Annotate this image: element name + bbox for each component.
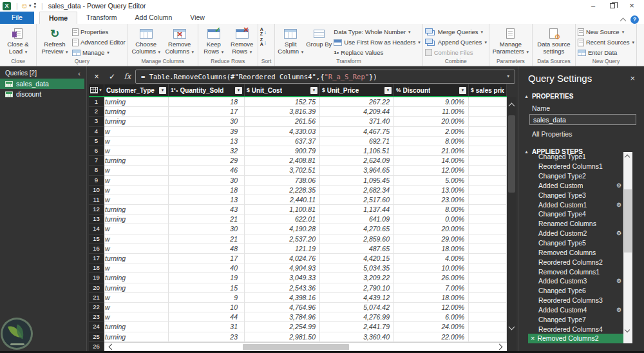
all-properties-link[interactable]: All Properties (519, 125, 644, 138)
table-cell[interactable]: 46 (169, 166, 245, 175)
table-cell[interactable]: w (104, 312, 169, 322)
table-cell[interactable]: 15 (169, 283, 245, 293)
table-cell[interactable]: 4,024.76 (245, 254, 320, 263)
row-number[interactable]: 13 (89, 215, 104, 224)
row-number[interactable]: 8 (89, 166, 104, 175)
tab-home[interactable]: Home (39, 12, 77, 24)
row-number[interactable]: 5 (89, 137, 104, 146)
row-number[interactable]: 24 (89, 322, 104, 332)
query-item-sales_data[interactable]: sales_data (0, 79, 84, 89)
table-cell[interactable]: w (104, 195, 169, 205)
use-first-row-as-headers-button[interactable]: Use First Row as Headers ▾ (334, 37, 420, 47)
table-cell[interactable]: turning (104, 215, 169, 224)
table-cell[interactable]: 4,330.03 (245, 127, 320, 137)
table-cell[interactable] (469, 254, 507, 263)
horizontal-scroll-thumb[interactable] (243, 344, 349, 350)
column-header-unit-cost[interactable]: $Unit_Cost▼ (245, 84, 320, 96)
applied-step[interactable]: Removed Columns (528, 247, 623, 257)
table-cell[interactable]: 4,904.93 (245, 263, 320, 273)
table-cell[interactable]: 21 (169, 215, 245, 224)
restore-button[interactable] (603, 1, 622, 12)
table-cell[interactable]: w (104, 293, 169, 303)
table-cell[interactable]: 23 (169, 332, 245, 342)
row-number[interactable]: 3 (89, 117, 104, 126)
table-cell[interactable]: w (104, 176, 169, 186)
sort-descending-button[interactable]: ZA ↓ (260, 38, 267, 46)
close-and-load-button[interactable]: Close & Load ▾ (2, 25, 34, 55)
table-cell[interactable] (469, 195, 507, 205)
column-header-sales-price[interactable]: $sales price (469, 84, 507, 96)
scroll-up-icon[interactable] (625, 155, 630, 160)
table-cell[interactable]: 20.00% (394, 224, 469, 234)
gear-icon[interactable]: ⚙ (616, 230, 621, 236)
applied-step[interactable]: Changed Type7 (528, 314, 623, 324)
table-cell[interactable]: 267.22 (320, 97, 394, 107)
table-cell[interactable]: 4,270.65 (320, 224, 394, 234)
table-cell[interactable]: 6.00% (394, 312, 469, 322)
gear-icon[interactable]: ⚙ (616, 278, 621, 284)
table-cell[interactable]: 12.00% (394, 166, 469, 175)
table-cell[interactable]: 152.75 (245, 97, 320, 107)
table-cell[interactable] (469, 186, 507, 195)
table-cell[interactable] (469, 244, 507, 254)
table-cell[interactable]: 2,441.79 (320, 322, 394, 332)
table-cell[interactable]: 2,981.50 (245, 332, 320, 342)
close-button[interactable]: × (622, 1, 641, 12)
row-number[interactable]: 15 (89, 234, 104, 244)
query-name-input[interactable]: sales_data (529, 114, 636, 125)
append-queries-button[interactable]: Append Queries ▾ (425, 37, 487, 47)
grid-horizontal-scrollbar[interactable] (104, 342, 507, 351)
table-cell[interactable] (469, 293, 507, 303)
table-cell[interactable]: 44 (169, 312, 245, 322)
table-cell[interactable]: 31 (169, 322, 245, 332)
applied-step[interactable]: Added Custom2⚙ (528, 229, 623, 238)
delete-step-icon[interactable]: × (531, 335, 535, 342)
row-number[interactable]: 21 (89, 293, 104, 303)
applied-step[interactable]: Changed Type3 (528, 190, 623, 200)
row-number[interactable]: 16 (89, 244, 104, 254)
applied-step[interactable]: Reordered Columns4 (528, 324, 623, 334)
scroll-down-icon[interactable] (509, 324, 515, 330)
table-cell[interactable]: 2,682.34 (320, 186, 394, 195)
table-cell[interactable]: 4,276.99 (320, 312, 394, 322)
query-item-discount[interactable]: discount (0, 89, 84, 99)
smiley-feedback-icon[interactable]: ☺ (21, 2, 28, 10)
table-cell[interactable]: 2,254.99 (245, 322, 320, 332)
table-cell[interactable]: turning (104, 254, 169, 263)
table-cell[interactable]: 12.00% (394, 303, 469, 312)
applied-step[interactable]: Added Custom3⚙ (528, 276, 623, 286)
table-cell[interactable] (469, 303, 507, 312)
smiley-dropdown-icon[interactable]: ▾ (29, 3, 32, 8)
collapse-queries-pane-icon[interactable]: ‹ (78, 70, 80, 77)
refresh-preview-button[interactable]: ↻ Refresh Preview ▾ (39, 25, 71, 55)
table-cell[interactable]: turning (104, 107, 169, 117)
table-cell[interactable]: 5.00% (394, 176, 469, 186)
minimize-button[interactable]: – (583, 1, 603, 12)
recent-sources-button[interactable]: Recent Sources ▾ (578, 37, 634, 47)
tab-add-column[interactable]: Add Column (126, 12, 182, 24)
applied-step[interactable]: Changed Type6 (528, 286, 623, 296)
table-cell[interactable]: 3,360.40 (320, 332, 394, 342)
table-cell[interactable]: 10.00% (394, 263, 469, 273)
table-cell[interactable]: turning (104, 332, 169, 342)
table-cell[interactable] (469, 205, 507, 215)
table-cell[interactable] (469, 127, 507, 137)
table-cell[interactable]: 1,137.44 (320, 205, 394, 215)
table-cell[interactable]: 30 (169, 117, 245, 126)
table-cell[interactable]: 7.00% (394, 283, 469, 293)
table-cell[interactable]: 11.00% (394, 107, 469, 117)
table-cell[interactable]: 29.00% (394, 234, 469, 244)
choose-columns-button[interactable]: Choose Columns ▾ (130, 25, 162, 55)
data-type-button[interactable]: Data Type: Whole Number ▾ (334, 27, 420, 37)
queries-pane-splitter[interactable] (86, 66, 87, 353)
table-cell[interactable]: 13.00% (394, 186, 469, 195)
properties-button[interactable]: Properties (72, 27, 126, 37)
table-cell[interactable]: 43 (169, 205, 245, 215)
table-cell[interactable]: 30 (169, 176, 245, 186)
formula-input[interactable]: = Table.RemoveColumns(#"Reordered Column… (135, 70, 515, 84)
table-cell[interactable]: w (104, 166, 169, 175)
table-cell[interactable]: 24.00% (394, 322, 469, 332)
applied-step[interactable]: Reordered Columns2 (528, 257, 623, 267)
vertical-scroll-thumb[interactable] (508, 115, 515, 193)
table-cell[interactable]: 21.00% (394, 146, 469, 156)
